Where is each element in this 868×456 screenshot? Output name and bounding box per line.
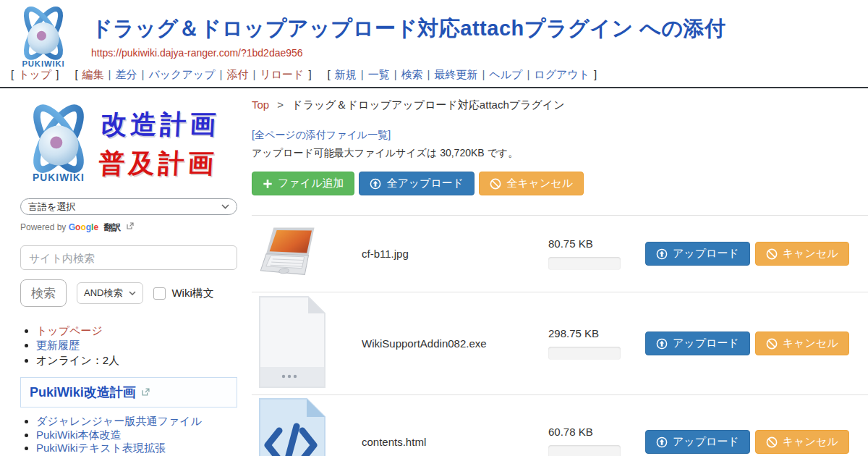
upload-progress-bar [548,445,621,456]
list-item: PukiWiki本体改造 [36,429,237,442]
nav-top[interactable]: トップ [18,68,51,80]
pukiwiki-atom-icon: PUKIWIKI [20,100,97,188]
file-size: 298.75 KB [548,327,634,339]
upload-progress-bar [548,347,621,360]
ban-icon [766,248,778,260]
sidebar-link-common-files[interactable]: ダジャレンジャー版共通ファイル [36,415,202,427]
nav-help[interactable]: ヘルプ [489,68,522,80]
ban-icon [766,338,778,350]
list-item: トップページ [36,324,237,337]
arrow-circle-up-icon [370,178,381,190]
nav-list[interactable]: 一覧 [368,68,390,80]
file-size: 80.75 KB [548,237,634,250]
logo-wordmark: PUKIWIKI [22,59,64,68]
external-link-icon [142,388,150,396]
page-url-link[interactable]: https://pukiwiki.dajya-ranger.com/?1bd2d… [91,47,303,59]
logo-slogan-2: 普及計画 [98,144,218,183]
upload-button[interactable]: アップロード [645,332,750,355]
online-count: オンライン：2人 [36,354,119,366]
sidebar-link-update-history[interactable]: 更新履歴 [36,339,80,351]
nav-new[interactable]: 新規 [335,68,357,80]
external-link-icon [127,222,134,229]
upload-all-button[interactable]: 全アップロード [359,172,475,195]
search-mode-value: AND検索 [84,287,122,300]
bracket: ] [308,68,311,80]
sidebar-link-text-ext[interactable]: PukiWikiテキスト表現拡張 [36,442,166,454]
sidebar-logo-link[interactable]: PUKIWIKI 改造計画 普及計画 [20,98,237,190]
upload-button[interactable]: アップロード [645,242,750,266]
breadcrumb-current: ドラッグ＆ドロップアップロード対応attachプラグイン [292,98,564,111]
cancel-button[interactable]: キャンセル [755,242,849,266]
cancel-button[interactable]: キャンセル [755,430,849,454]
nav-reload[interactable]: リロード [260,68,304,80]
file-name: cf-b11.jpg [360,248,548,260]
file-row: cf-b11.jpg 80.75 KB アップロード [252,216,868,292]
ban-icon [766,436,778,448]
file-row: contents.html 60.78 KB アップロード [252,395,868,456]
arrow-circle-up-icon [656,248,668,260]
generic-file-icon [258,295,327,389]
file-name: WikiSupportAddin082.exe [360,337,548,350]
bulk-actions: ファイル追加 全アップロード 全キャンセル [252,172,868,195]
sidebar-quick-links: トップページ 更新履歴 オンライン：2人 [20,324,237,366]
wiki-syntax-label: Wiki構文 [171,287,213,300]
google-logo: Google [69,222,101,232]
chevron-down-icon [221,204,229,209]
file-name: contents.html [360,436,548,448]
logo-wordmark: PUKIWIKI [33,172,85,183]
translate-link[interactable]: 翻訳 [103,222,121,232]
all-attachments-link[interactable]: [全ページの添付ファイル一覧] [252,129,391,142]
nav-backup[interactable]: バックアップ [148,68,215,80]
nav-diff[interactable]: 差分 [115,68,137,80]
language-select-value: 言語を選択 [28,200,75,214]
google-translate-attribution: Powered by Google 翻訳 [20,221,237,234]
breadcrumb-home-link[interactable]: Top [252,98,269,111]
plus-icon [263,179,273,189]
ban-icon [490,178,501,190]
max-upload-size-text: アップロード可能最大ファイルサイズは 30,720KB です。 [252,147,868,160]
upload-button[interactable]: アップロード [645,430,750,454]
sidebar-link-core-mods[interactable]: PukiWiki本体改造 [36,428,122,441]
bracket: ] [56,68,59,80]
nav-recent[interactable]: 最終更新 [434,68,477,80]
nav-search[interactable]: 検索 [401,68,423,80]
upload-progress-bar [548,257,621,270]
logo-slogan-1: 改造計画 [100,105,221,144]
bracket: ] [594,68,597,80]
list-item: 更新履歴 [36,339,237,351]
nav-edit[interactable]: 編集 [82,68,104,80]
site-search-input[interactable] [20,245,237,270]
sidebar-section-box: PukiWiki改造計画 [20,377,237,408]
file-row: WikiSupportAddin082.exe 298.75 KB アップロード [252,292,868,395]
list-item: ダジャレンジャー版共通ファイル [36,415,237,428]
search-button[interactable]: 検索 [20,279,67,307]
breadcrumb: Top > ドラッグ＆ドロップアップロード対応attachプラグイン [252,98,868,112]
main-content: Top > ドラッグ＆ドロップアップロード対応attachプラグイン [全ページ… [252,98,868,456]
arrow-circle-up-icon [656,436,668,448]
sidebar-plugin-links: ダジャレンジャー版共通ファイル PukiWiki本体改造 PukiWikiテキス… [20,415,237,456]
bracket: [ [328,68,331,80]
chevron-down-icon [129,291,136,295]
nav-attach[interactable]: 添付 [226,68,248,80]
list-item: オンライン：2人 [36,354,237,366]
page-title: ドラッグ＆ドロップアップロード対応attachプラグイン への添付 [91,17,868,41]
language-select[interactable]: 言語を選択 [20,198,237,215]
header: PUKIWIKI ドラッグ＆ドロップアップロード対応attachプラグイン への… [0,0,868,88]
wiki-syntax-checkbox[interactable] [153,287,166,300]
section-heading-link[interactable]: PukiWiki改造計画 [30,385,136,400]
bracket: [ [11,68,14,80]
html-code-file-icon [258,397,327,456]
top-nav: [トップ][編集|差分|バックアップ|添付|リロード][新規|一覧|検索|最終更… [9,68,599,82]
cancel-all-button[interactable]: 全キャンセル [479,172,584,195]
search-mode-select[interactable]: AND検索 [77,282,143,304]
add-files-button[interactable]: ファイル追加 [252,172,354,195]
sidebar: PUKIWIKI 改造計画 普及計画 言語を選択 Powered by Goog… [20,98,237,456]
list-item: PukiWikiテキスト表現拡張 [36,442,237,455]
cancel-button[interactable]: キャンセル [755,332,849,355]
image-thumbnail-laptop [258,224,327,282]
sidebar-link-top-page[interactable]: トップページ [36,324,103,337]
nav-logout[interactable]: ログアウト [534,68,590,80]
pukiwiki-logo[interactable]: PUKIWIKI [9,3,78,72]
upload-queue: cf-b11.jpg 80.75 KB アップロード [252,215,868,456]
arrow-circle-up-icon [656,338,668,350]
